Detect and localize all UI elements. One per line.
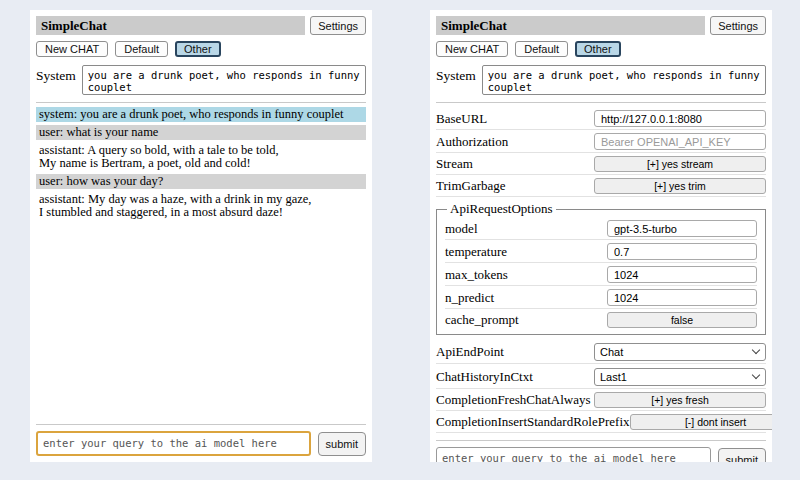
cache-prompt-toggle-button[interactable]: false (607, 312, 757, 328)
completion-insert-toggle-button[interactable]: [-] dont insert (630, 414, 772, 430)
query-input[interactable] (436, 447, 711, 462)
api-endpoint-select[interactable]: Chat (594, 343, 766, 361)
setting-row-chat-history: ChatHistoryInCtxt Last1 (436, 364, 766, 389)
setting-row-stream: Stream [+] yes stream (436, 153, 766, 175)
query-row: submit (36, 431, 366, 456)
session-tab-default[interactable]: Default (115, 41, 168, 57)
completion-fresh-label: CompletionFreshChatAlways (436, 392, 591, 408)
settings-button[interactable]: Settings (710, 16, 766, 35)
panel-header: SimpleChat Settings (36, 16, 366, 35)
authorization-input[interactable] (594, 133, 766, 150)
setting-row-authorization: Authorization (436, 130, 766, 153)
session-row: New CHAT Default Other (436, 41, 766, 57)
system-prompt-row: System you are a drunk poet, who respond… (36, 65, 366, 95)
model-input[interactable] (607, 220, 757, 237)
system-prompt-input[interactable]: you are a drunk poet, who responds in fu… (82, 65, 366, 95)
system-prompt-input[interactable]: you are a drunk poet, who responds in fu… (482, 65, 766, 95)
api-request-options-fieldset: ApiRequestOptions model temperature max_… (436, 201, 766, 335)
query-input[interactable] (36, 431, 311, 456)
submit-button[interactable]: submit (318, 432, 366, 456)
system-prompt-row: System you are a drunk poet, who respond… (436, 65, 766, 95)
divider (436, 440, 766, 441)
chat-message: user: what is your name (36, 125, 366, 140)
setting-row-max-tokens: max_tokens (445, 263, 757, 286)
setting-row-api-endpoint: ApiEndPoint Chat (436, 339, 766, 364)
session-tab-other[interactable]: Other (575, 41, 621, 57)
model-label: model (445, 221, 478, 237)
system-prompt-label: System (36, 65, 76, 84)
setting-row-trimgarbage: TrimGarbage [+] yes trim (436, 175, 766, 197)
submit-button[interactable]: submit (718, 448, 766, 463)
chat-history-label: ChatHistoryInCtxt (436, 369, 533, 385)
stream-toggle-button[interactable]: [+] yes stream (594, 156, 766, 172)
temperature-input[interactable] (607, 243, 757, 260)
setting-row-baseurl: BaseURL (436, 107, 766, 130)
setting-row-completion-insert: CompletionInsertStandardRolePrefix [-] d… (436, 411, 766, 433)
app-title: SimpleChat (436, 16, 705, 35)
query-row: submit (436, 447, 766, 462)
session-tab-other[interactable]: Other (175, 41, 221, 57)
spacer (36, 220, 366, 417)
max-tokens-label: max_tokens (445, 267, 508, 283)
chat-history-select[interactable]: Last1 (594, 368, 766, 386)
session-row: New CHAT Default Other (36, 41, 366, 57)
n-predict-label: n_predict (445, 290, 494, 306)
divider (36, 424, 366, 425)
setting-row-model: model (445, 217, 757, 240)
trimgarbage-toggle-button[interactable]: [+] yes trim (594, 178, 766, 194)
setting-row-completion-fresh: CompletionFreshChatAlways [+] yes fresh (436, 389, 766, 411)
chat-message: user: how was your day? (36, 174, 366, 189)
settings-button[interactable]: Settings (310, 16, 366, 35)
session-tab-default[interactable]: Default (515, 41, 568, 57)
stream-label: Stream (436, 156, 473, 172)
api-endpoint-label: ApiEndPoint (436, 344, 504, 360)
trimgarbage-label: TrimGarbage (436, 178, 506, 194)
completion-insert-label: CompletionInsertStandardRolePrefix (436, 414, 630, 430)
baseurl-label: BaseURL (436, 111, 487, 127)
max-tokens-input[interactable] (607, 266, 757, 283)
new-chat-button[interactable]: New CHAT (36, 41, 108, 57)
chat-view-panel: SimpleChat Settings New CHAT Default Oth… (30, 10, 372, 462)
app-title: SimpleChat (36, 16, 305, 35)
completion-fresh-toggle-button[interactable]: [+] yes fresh (594, 392, 766, 408)
divider (436, 102, 766, 103)
divider (36, 102, 366, 103)
temperature-label: temperature (445, 244, 507, 260)
stage: SimpleChat Settings New CHAT Default Oth… (0, 0, 800, 480)
system-prompt-label: System (436, 65, 476, 84)
chat-message-list: system: you are a drunk poet, who respon… (36, 107, 366, 220)
new-chat-button[interactable]: New CHAT (436, 41, 508, 57)
chat-message: assistant: A query so bold, with a tale … (36, 143, 366, 171)
setting-row-temperature: temperature (445, 240, 757, 263)
cache-prompt-label: cache_prompt (445, 312, 519, 328)
chat-message: system: you are a drunk poet, who respon… (36, 107, 366, 122)
baseurl-input[interactable] (594, 110, 766, 127)
api-request-options-legend: ApiRequestOptions (447, 201, 556, 217)
chat-message: assistant: My day was a haze, with a dri… (36, 192, 366, 220)
setting-row-cache-prompt: cache_prompt false (445, 309, 757, 330)
setting-row-n-predict: n_predict (445, 286, 757, 309)
n-predict-input[interactable] (607, 289, 757, 306)
panel-header: SimpleChat Settings (436, 16, 766, 35)
authorization-label: Authorization (436, 134, 508, 150)
settings-view-panel: SimpleChat Settings New CHAT Default Oth… (430, 10, 772, 462)
